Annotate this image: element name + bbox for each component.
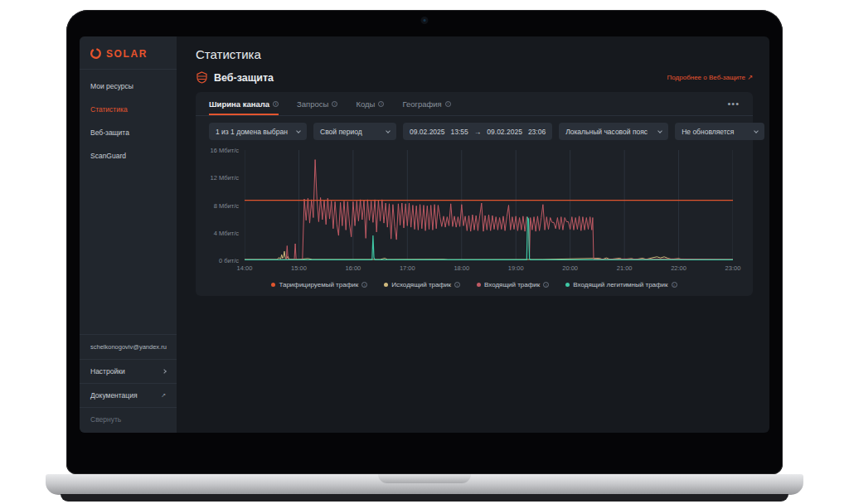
main-content: Статистика Веб-защита Подробнее о Веб-за… bbox=[177, 36, 769, 433]
y-tick-label: 0 бит/с bbox=[219, 257, 239, 264]
y-tick-label: 8 Мбит/с bbox=[214, 201, 239, 209]
logo: SOLAR bbox=[80, 36, 177, 70]
legend-dot bbox=[477, 283, 481, 287]
external-link-icon: ↗ bbox=[747, 74, 753, 81]
date-range-picker[interactable]: 09.02.2025 13:55 → 09.02.2025 23:06 bbox=[403, 123, 552, 140]
x-tick-label: 20:00 bbox=[562, 264, 578, 272]
laptop-base-notch bbox=[378, 474, 471, 483]
bandwidth-chart: 16 Мбит/с12 Мбит/с8 Мбит/с4 Мбит/с0 бит/… bbox=[245, 150, 733, 260]
info-icon[interactable]: i bbox=[273, 101, 279, 107]
tab-requests[interactable]: Запросы i bbox=[297, 92, 337, 115]
y-tick-label: 16 Мбит/с bbox=[211, 147, 239, 154]
sidebar-item-web-protection[interactable]: Веб-защита bbox=[80, 121, 177, 144]
tab-geography[interactable]: География i bbox=[402, 92, 450, 115]
chart-legend: Тарифицируемый трафикiИсходящий трафикiВ… bbox=[196, 281, 753, 288]
chevron-down-icon bbox=[657, 128, 662, 133]
timezone-select[interactable]: Локальный часовой пояс bbox=[559, 123, 668, 140]
laptop-base-bottom bbox=[61, 494, 788, 502]
legend-label: Входящий легитимный трафик bbox=[573, 281, 667, 288]
tab-codes[interactable]: Коды i bbox=[356, 92, 384, 115]
range-arrow-icon: → bbox=[474, 128, 482, 136]
web-protection-shield-icon bbox=[196, 71, 208, 84]
sidebar-nav: Мои ресурсы Статистика Веб-защита ScanGu… bbox=[80, 70, 177, 167]
info-icon[interactable]: i bbox=[454, 282, 460, 288]
laptop-screen-bezel: SOLAR Мои ресурсы Статистика Веб-защита … bbox=[66, 10, 783, 474]
x-tick-label: 22:00 bbox=[671, 264, 686, 272]
legend-dot bbox=[565, 283, 570, 287]
series-1 bbox=[245, 251, 733, 259]
period-select[interactable]: Свой период bbox=[313, 123, 396, 140]
info-icon[interactable]: i bbox=[445, 101, 451, 107]
date-from: 09.02.2025 bbox=[410, 128, 445, 136]
sidebar-item-settings[interactable]: Настройки bbox=[80, 359, 177, 383]
page-title: Статистика bbox=[196, 47, 753, 61]
laptop-base bbox=[46, 474, 803, 495]
legend-item[interactable]: Исходящий трафикi bbox=[384, 281, 460, 288]
sidebar-item-statistics[interactable]: Статистика bbox=[80, 98, 177, 121]
y-tick-label: 4 Мбит/с bbox=[214, 229, 239, 236]
x-tick-label: 19:00 bbox=[508, 264, 524, 272]
legend-item[interactable]: Входящий легитимный трафикi bbox=[565, 281, 677, 288]
chevron-down-icon bbox=[296, 128, 301, 133]
y-tick-label: 12 Мбит/с bbox=[211, 174, 239, 182]
x-tick-label: 15:00 bbox=[291, 264, 307, 272]
details-link[interactable]: Подробнее о Веб-защите ↗ bbox=[667, 74, 753, 81]
app-window: SOLAR Мои ресурсы Статистика Веб-защита … bbox=[80, 36, 769, 433]
x-tick-label: 23:00 bbox=[725, 264, 741, 272]
refresh-select[interactable]: Не обновляется bbox=[675, 123, 764, 140]
legend-item[interactable]: Входящий трафикi bbox=[477, 281, 549, 288]
chevron-down-icon bbox=[754, 128, 759, 133]
account-email: schelkonogoviv@yandex.ru bbox=[80, 334, 177, 359]
info-icon[interactable]: i bbox=[672, 282, 677, 288]
sidebar-item-my-resources[interactable]: Мои ресурсы bbox=[80, 75, 177, 98]
info-icon[interactable]: i bbox=[378, 101, 384, 107]
chevron-down-icon bbox=[386, 128, 391, 133]
legend-label: Тарифицируемый трафик bbox=[279, 281, 358, 288]
x-tick-label: 17:00 bbox=[400, 264, 415, 272]
section-title: Веб-защита bbox=[214, 72, 274, 84]
sidebar-collapse-button[interactable]: Свернуть bbox=[80, 407, 177, 433]
solar-logo-icon bbox=[90, 47, 102, 60]
series-2 bbox=[245, 160, 733, 260]
statistics-card: Ширина канала i Запросы i Коды i Геогр bbox=[196, 92, 753, 296]
external-link-icon: ↗ bbox=[161, 392, 166, 399]
legend-dot bbox=[271, 283, 275, 287]
x-tick-label: 21:00 bbox=[617, 264, 633, 272]
tab-bandwidth[interactable]: Ширина канала i bbox=[209, 92, 279, 115]
y-axis-labels: 16 Мбит/с12 Мбит/с8 Мбит/с4 Мбит/с0 бит/… bbox=[199, 150, 239, 260]
webcam-dot bbox=[421, 17, 429, 24]
info-icon[interactable]: i bbox=[361, 282, 367, 288]
settings-label: Настройки bbox=[90, 367, 125, 376]
logo-text: SOLAR bbox=[106, 48, 148, 60]
filters-row: 1 из 1 домена выбран Свой период 09.02.2… bbox=[209, 123, 740, 140]
section-header: Веб-защита Подробнее о Веб-защите ↗ bbox=[196, 71, 753, 84]
legend-label: Исходящий трафик bbox=[391, 281, 451, 288]
domain-select[interactable]: 1 из 1 домена выбран bbox=[209, 123, 307, 140]
x-tick-label: 14:00 bbox=[237, 264, 253, 272]
x-tick-label: 16:00 bbox=[345, 264, 361, 272]
sidebar-item-documentation[interactable]: Документация ↗ bbox=[80, 383, 177, 407]
chevron-right-icon bbox=[162, 369, 167, 374]
traffic-chart bbox=[245, 150, 733, 260]
bottom-bezel bbox=[66, 433, 783, 474]
sidebar: SOLAR Мои ресурсы Статистика Веб-защита … bbox=[80, 36, 177, 433]
date-to: 09.02.2025 bbox=[487, 128, 522, 136]
tabs-row: Ширина канала i Запросы i Коды i Геогр bbox=[196, 92, 753, 116]
info-icon[interactable]: i bbox=[332, 101, 337, 107]
time-from: 13:55 bbox=[451, 128, 468, 136]
documentation-label: Документация bbox=[90, 391, 138, 400]
legend-label: Входящий трафик bbox=[484, 281, 540, 288]
x-tick-label: 18:00 bbox=[454, 264, 469, 272]
more-menu-button[interactable]: ••• bbox=[727, 99, 740, 109]
time-to: 23:06 bbox=[528, 128, 546, 136]
info-icon[interactable]: i bbox=[543, 282, 549, 288]
series-3 bbox=[245, 218, 733, 260]
page-background: SOLAR Мои ресурсы Статистика Веб-защита … bbox=[0, 0, 849, 504]
legend-item[interactable]: Тарифицируемый трафикi bbox=[271, 281, 367, 288]
sidebar-item-scanguard[interactable]: ScanGuard bbox=[80, 144, 177, 167]
legend-dot bbox=[384, 283, 388, 287]
